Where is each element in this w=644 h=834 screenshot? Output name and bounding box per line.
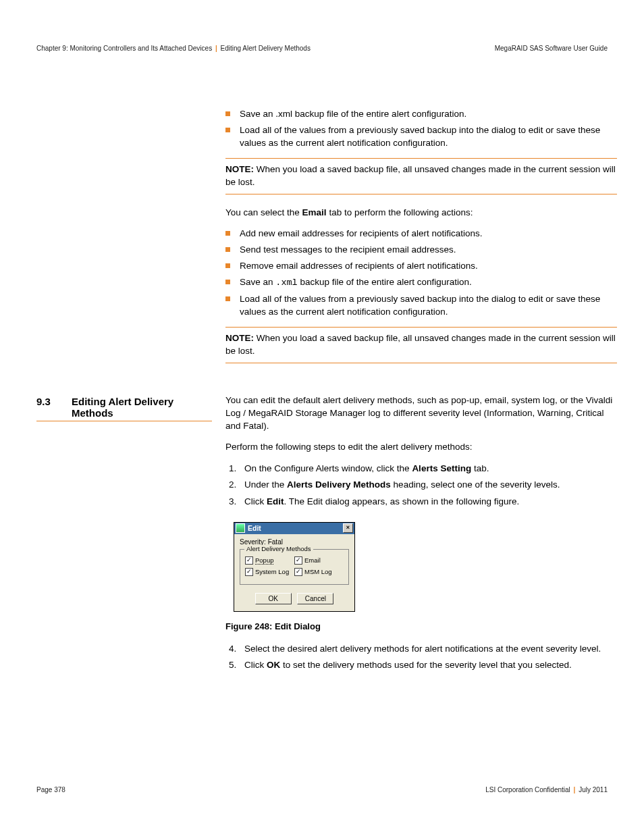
note-text: When you load a saved backup file, all u…	[225, 164, 616, 187]
bold: OK	[267, 660, 280, 670]
header-chapter: Chapter 9: Monitoring Controllers and It…	[36, 45, 212, 52]
section-intro: You can edit the default alert delivery …	[225, 394, 617, 433]
check-icon: ✓	[294, 568, 302, 576]
edit-dialog-figure: Edit × Severity: Fatal Alert Delivery Me…	[234, 522, 617, 612]
list-item: Add new email addresses for recipients o…	[225, 228, 617, 240]
delivery-methods-group: Alert Delivery Methods ✓Popup ✓Email ✓Sy…	[240, 549, 349, 585]
note-label: NOTE:	[225, 333, 254, 343]
note-text: When you load a saved backup file, all u…	[225, 333, 616, 356]
list-text: Remove email addresses of recipients of …	[240, 260, 478, 273]
header-left: Chapter 9: Monitoring Controllers and It…	[36, 45, 311, 52]
checkbox-popup[interactable]: ✓Popup	[245, 556, 294, 565]
bullet-icon	[225, 263, 230, 268]
cancel-button[interactable]: Cancel	[297, 593, 333, 604]
step-item: On the Configure Alerts window, click th…	[239, 462, 617, 475]
list-text: Send test messages to the recipient emai…	[240, 244, 456, 257]
page-footer: Page 378 LSI Corporation Confidential | …	[36, 786, 608, 793]
list-item: Save an .xml backup file of the entire a…	[225, 276, 617, 290]
header-guide: MegaRAID SAS Software User Guide	[495, 45, 608, 52]
list-text: Save an .xml backup file of the entire a…	[240, 108, 466, 121]
bullet-icon	[225, 280, 230, 284]
check-icon: ✓	[245, 556, 253, 565]
main-content: Save an .xml backup file of the entire a…	[36, 108, 617, 680]
footer-right: LSI Corporation Confidential | July 2011	[485, 786, 608, 793]
checkbox-label: Popup	[255, 556, 273, 565]
bullet-icon	[225, 111, 230, 116]
section-heading: 9.3 Editing Alert Delivery Methods	[36, 396, 212, 421]
checkbox-system-log[interactable]: ✓System Log	[245, 568, 294, 576]
list-item: Send test messages to the recipient emai…	[225, 244, 617, 257]
text: tab to perform the following actions:	[327, 207, 473, 217]
dialog-body: Severity: Fatal Alert Delivery Methods ✓…	[234, 534, 354, 611]
group-legend: Alert Delivery Methods	[244, 545, 313, 552]
code-text: .xml	[275, 278, 297, 288]
footer-conf: LSI Corporation Confidential	[485, 786, 570, 793]
text: You can select the	[225, 207, 302, 217]
step-item: Click OK to set the delivery methods use…	[239, 658, 617, 672]
footer-date: July 2011	[579, 786, 608, 793]
list-text: Add new email addresses for recipients o…	[240, 228, 482, 240]
check-icon: ✓	[294, 556, 302, 565]
close-button[interactable]: ×	[343, 523, 353, 533]
header-section: Editing Alert Delivery Methods	[221, 45, 311, 52]
email-intro: You can select the Email tab to perform …	[225, 207, 617, 219]
checkbox-email[interactable]: ✓Email	[294, 556, 344, 565]
bullet-list-1: Save an .xml backup file of the entire a…	[225, 108, 617, 150]
dialog-buttons: OK Cancel	[240, 593, 349, 604]
steps-list-continued: Select the desired alert delivery method…	[225, 642, 617, 673]
divider-icon: |	[574, 786, 576, 793]
list-item: Remove email addresses of recipients of …	[225, 260, 617, 273]
bold: Alerts Delivery Methods	[287, 479, 391, 490]
app-icon	[236, 523, 245, 533]
divider-icon: |	[215, 45, 217, 52]
bullet-icon	[225, 247, 230, 252]
bullet-icon	[225, 231, 230, 236]
list-item: Load all of the values from a previously…	[225, 293, 617, 319]
list-item: Save an .xml backup file of the entire a…	[225, 108, 617, 121]
checkbox-label: MSM Log	[304, 568, 332, 575]
steps-list: On the Configure Alerts window, click th…	[225, 462, 617, 509]
check-icon: ✓	[245, 568, 253, 576]
bold: Alerts Setting	[412, 463, 471, 473]
bullet-icon	[225, 296, 230, 301]
checkbox-msm-log[interactable]: ✓MSM Log	[294, 568, 344, 576]
note-box-2: NOTE: When you load a saved backup file,…	[225, 327, 617, 364]
list-text: Save an .xml backup file of the entire a…	[240, 276, 472, 290]
ok-button[interactable]: OK	[255, 593, 292, 604]
dialog-titlebar: Edit ×	[234, 523, 354, 534]
list-text: Load all of the values from a previously…	[240, 293, 617, 319]
figure-caption: Figure 248: Edit Dialog	[225, 621, 617, 631]
section-perform: Perform the following steps to edit the …	[225, 441, 617, 454]
section-title-text: Editing Alert Delivery Methods	[72, 396, 212, 419]
checkbox-label: Email	[304, 556, 321, 564]
bold: Edit	[267, 496, 284, 506]
email-bold: Email	[302, 207, 327, 217]
edit-dialog: Edit × Severity: Fatal Alert Delivery Me…	[234, 522, 355, 612]
note-label: NOTE:	[225, 164, 254, 174]
bullet-list-2: Add new email addresses for recipients o…	[225, 228, 617, 318]
checkbox-label: System Log	[255, 568, 289, 575]
list-item: Load all of the values from a previously…	[225, 124, 617, 150]
note-box-1: NOTE: When you load a saved backup file,…	[225, 158, 617, 195]
list-text: Load all of the values from a previously…	[240, 124, 617, 150]
footer-page: Page 378	[36, 786, 65, 793]
step-item: Select the desired alert delivery method…	[239, 642, 617, 656]
step-item: Click Edit. The Edit dialog appears, as …	[239, 495, 617, 509]
bullet-icon	[225, 128, 230, 132]
dialog-title: Edit	[248, 524, 343, 532]
step-item: Under the Alerts Delivery Methods headin…	[239, 478, 617, 492]
section-number: 9.3	[36, 396, 72, 419]
page-header: Chapter 9: Monitoring Controllers and It…	[36, 45, 608, 52]
